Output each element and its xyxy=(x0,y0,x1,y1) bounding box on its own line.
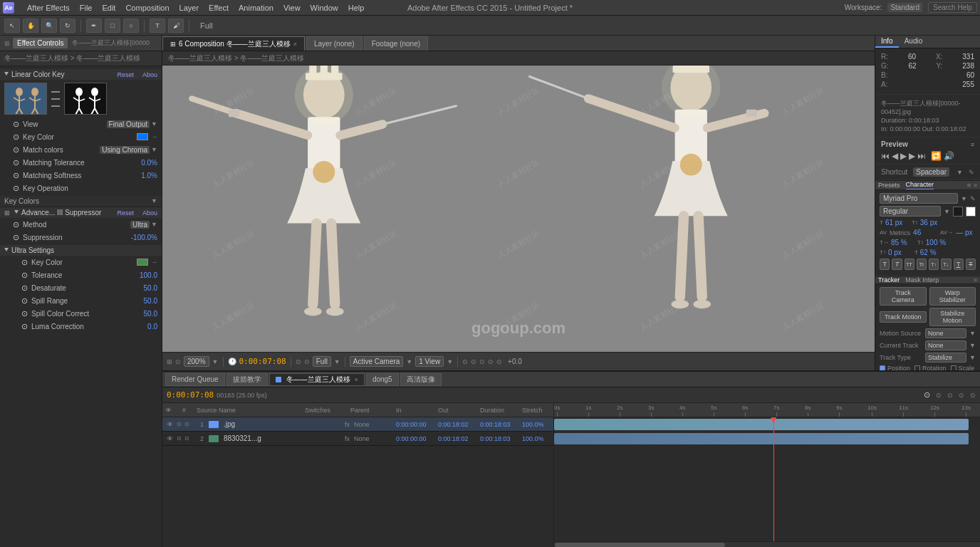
font-style-dropdown[interactable]: ▼ xyxy=(944,208,950,215)
timeline-scrollbar[interactable] xyxy=(554,541,980,547)
view-dropdown[interactable]: Active Camera xyxy=(350,356,404,367)
effect-controls-scroll[interactable]: Linear Color Key Reset Abou xyxy=(0,66,162,547)
current-track-ddicon[interactable]: ▼ xyxy=(969,342,976,349)
shortcut-edit-icon[interactable]: ✎ xyxy=(969,169,974,176)
tab-high-res[interactable]: 高清版像 xyxy=(400,373,442,386)
track-motion-btn[interactable]: Track Motion xyxy=(880,311,927,323)
prop-spill-color[interactable]: ⊙ Spill Color Correct 50.0 xyxy=(0,307,162,320)
char-color-stroke[interactable] xyxy=(966,207,976,217)
linear-key-reset[interactable]: Reset xyxy=(117,71,134,78)
prop-key-color[interactable]: ⊙ Key Color → xyxy=(0,130,162,143)
ellipse-tool[interactable]: ○ xyxy=(123,19,139,33)
scale-v-val[interactable]: 100 % xyxy=(926,239,947,246)
vc-timecode[interactable]: 0:00:07:08 xyxy=(239,357,286,366)
layer-2-stretch[interactable]: 100.0% xyxy=(522,435,551,442)
menu-file[interactable]: File xyxy=(75,2,97,14)
font-name-field[interactable]: Myriad Pro xyxy=(880,193,958,204)
tracking-val[interactable]: — px xyxy=(956,229,977,236)
mask-interp-tab[interactable]: Mask Interp xyxy=(905,276,939,283)
layer-1-in[interactable]: 0:00:00:00 xyxy=(396,421,435,428)
rect-tool[interactable]: □ xyxy=(105,19,120,33)
ultra-key-swatch[interactable] xyxy=(137,259,148,266)
style-caps[interactable]: TT xyxy=(905,259,914,270)
style-bold[interactable]: T xyxy=(880,259,890,270)
rotate-tool[interactable]: ↻ xyxy=(60,19,75,33)
ultra-settings-header[interactable]: Ultra Settings xyxy=(0,245,162,256)
method-value[interactable]: Ultra xyxy=(130,221,150,229)
tc-icon-3[interactable]: ⊙ xyxy=(947,392,953,399)
video-canvas[interactable]: 人人素材社区 人人素材社区 人人素材社区 人人素材社区 人人素材社区 人人素材社… xyxy=(162,66,875,352)
softness-value[interactable]: 1.0% xyxy=(141,172,157,179)
tab-dong5[interactable]: dong5 xyxy=(366,373,399,386)
tab-audio[interactable]: Audio xyxy=(899,36,929,48)
scale-checkbox[interactable]: Scale xyxy=(951,365,975,370)
prop-spill-range[interactable]: ⊙ Spill Range 50.0 xyxy=(0,294,162,307)
font-style-field[interactable]: Regular xyxy=(880,206,941,217)
spill-range-val[interactable]: 50.0 xyxy=(144,297,157,305)
position-checkbox[interactable]: Position xyxy=(880,365,910,370)
menu-window[interactable]: Window xyxy=(306,2,343,14)
prop-view[interactable]: ⊙ View Final Output ▼ xyxy=(0,118,162,130)
key-color-swatch[interactable] xyxy=(137,133,148,140)
prop-tolerance[interactable]: ⊙ Tolerance 100.0 xyxy=(0,269,162,281)
style-smallcaps[interactable]: Tt xyxy=(917,259,927,270)
shortcut-value[interactable]: Spacebar xyxy=(913,167,949,177)
timeline-scroll-thumb[interactable] xyxy=(555,543,725,547)
advanced-suppressor-header[interactable]: ⊞ Advance... III Suppressor Reset Abou xyxy=(0,207,162,218)
motion-source-dropdown[interactable]: None xyxy=(925,328,966,338)
tab-info[interactable]: Info xyxy=(875,36,899,48)
timeline-playhead[interactable] xyxy=(773,417,774,541)
font-size-val[interactable]: 61 px xyxy=(885,219,907,226)
track-area[interactable] xyxy=(554,417,980,541)
quality-dropdown[interactable]: Full xyxy=(313,356,331,367)
tab-character[interactable]: Character xyxy=(906,181,934,189)
tracker-expand[interactable]: » xyxy=(974,276,977,283)
rotation-checkbox[interactable]: Rotation xyxy=(914,365,947,370)
menu-help[interactable]: Help xyxy=(344,2,369,14)
spill-color-val[interactable]: 50.0 xyxy=(144,310,157,318)
layer-1-stretch[interactable]: 100.0% xyxy=(522,421,551,428)
select-tool[interactable]: ↖ xyxy=(4,19,20,33)
tc-icon-2[interactable]: ⊙ xyxy=(936,392,942,399)
layer-row-2[interactable]: 👁 ⊙ ⊙ 2 8830321...g fx None 0:00:00:00 0… xyxy=(162,432,553,446)
tracker-tab-label[interactable]: Tracker xyxy=(878,276,900,283)
comp-tab-active[interactable]: ⊞ 6 Composition 冬——兰庭三人模移 × xyxy=(162,36,305,51)
style-underline[interactable]: T xyxy=(954,259,964,270)
search-help[interactable]: Search Help xyxy=(928,2,977,13)
linear-color-key-header[interactable]: Linear Color Key Reset Abou xyxy=(0,69,162,80)
layer-2-eye[interactable]: 👁 xyxy=(165,434,174,443)
preview-skip-back[interactable]: ⏮ xyxy=(881,151,890,161)
motion-source-ddicon[interactable]: ▼ xyxy=(969,330,976,337)
zoom-dropdown[interactable]: 200% xyxy=(184,356,209,367)
preview-step-fwd[interactable]: ▶ xyxy=(909,151,915,161)
char-expand-icon[interactable]: » xyxy=(974,182,977,189)
brush-tool[interactable]: 🖌 xyxy=(168,19,184,33)
hand-tool[interactable]: ✋ xyxy=(23,19,38,33)
adv-suppressor-reset[interactable]: Reset xyxy=(117,209,134,217)
tc-icon-5[interactable]: ⊙ xyxy=(970,392,976,399)
font-name-dropdown[interactable]: ▼ xyxy=(961,195,967,202)
style-sub[interactable]: T↓ xyxy=(941,259,951,270)
timeline-timecode[interactable]: 0:00:07:08 xyxy=(167,390,214,400)
preview-settings-icon[interactable]: ≡ xyxy=(971,141,974,148)
baseline-val[interactable]: 0 px xyxy=(888,249,909,256)
track-bar-layer-2[interactable] xyxy=(554,433,969,444)
tab-presets[interactable]: Presets xyxy=(878,182,900,189)
desaturate-val[interactable]: 50.0 xyxy=(144,284,157,292)
comp-tab-close[interactable]: × xyxy=(293,41,297,48)
track-bar-layer-1[interactable] xyxy=(554,419,969,430)
prop-luma[interactable]: ⊙ Luma Correction 0.0 xyxy=(0,320,162,333)
prop-suppression[interactable]: ⊙ Suppression -100.0% xyxy=(0,231,162,244)
preview-play[interactable]: ▶ xyxy=(900,151,907,161)
pen-tool[interactable]: ✒ xyxy=(86,19,102,33)
layer-1-out[interactable]: 0:00:18:02 xyxy=(438,421,477,428)
menu-view[interactable]: View xyxy=(279,2,305,14)
menu-edit[interactable]: Edit xyxy=(98,2,120,14)
suppression-value[interactable]: -100.0% xyxy=(131,234,157,241)
match-colors-value[interactable]: Using Chroma xyxy=(100,146,150,154)
luma-val[interactable]: 0.0 xyxy=(147,323,157,330)
style-super[interactable]: T↑ xyxy=(929,259,939,270)
layer-2-in[interactable]: 0:00:00:00 xyxy=(396,435,435,442)
linear-key-about[interactable]: Abou xyxy=(142,71,157,78)
tolerance-value[interactable]: 0.0% xyxy=(141,159,157,167)
